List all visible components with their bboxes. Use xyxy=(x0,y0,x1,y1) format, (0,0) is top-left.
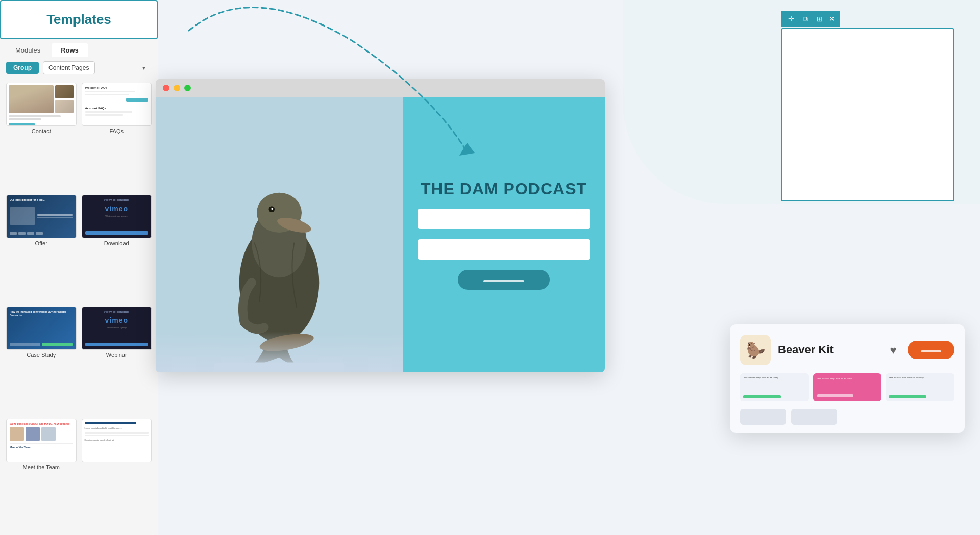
content-pages-select[interactable]: Content Pages xyxy=(43,61,95,74)
move-icon[interactable]: ✛ xyxy=(786,14,796,24)
bk-footer-btn-2[interactable] xyxy=(791,409,837,425)
bk-template-3[interactable]: Take the Next Step. Book a Call Today xyxy=(886,373,954,401)
bk-template-1-btn-wrapper xyxy=(743,395,806,398)
contact-text-lines xyxy=(9,115,74,126)
widget-toolbar: ✛ ⧉ ⊞ ✕ xyxy=(781,11,840,27)
offer-logo-3 xyxy=(27,232,34,235)
browser-minimize-btn[interactable] xyxy=(174,85,180,91)
contact-btn xyxy=(9,123,35,126)
lorem-line1 xyxy=(85,432,149,434)
template-label-case: Case Study xyxy=(6,352,77,358)
case-headline: How we increased conversions 30% for Dig… xyxy=(10,310,73,317)
offer-logo-4 xyxy=(36,232,43,235)
lorem-heading xyxy=(85,422,136,424)
template-thumb-download: Verify to continue vimeo What people say… xyxy=(82,195,152,238)
offer-logo-1 xyxy=(10,232,17,235)
offer-content xyxy=(10,207,73,225)
tab-rows[interactable]: Rows xyxy=(52,43,88,57)
duplicate-icon[interactable]: ⧉ xyxy=(800,14,811,24)
bk-heart-btn[interactable]: ♥ xyxy=(884,341,902,359)
contact-photo-main xyxy=(9,85,54,113)
template-card-download[interactable]: Verify to continue vimeo What people say… xyxy=(82,195,152,302)
faqs-line-4 xyxy=(85,114,123,116)
browser-left-panel xyxy=(156,97,403,372)
bk-template-3-text: Take the Next Step. Book a Call Today xyxy=(889,376,951,379)
filter-row: Group Content Pages ▼ xyxy=(0,57,158,79)
template-card-faqs[interactable]: Welcome FAQs Account FAQs FAQs xyxy=(82,83,152,190)
download-subtext: What people say about... xyxy=(85,215,149,217)
tab-modules[interactable]: Modules xyxy=(6,43,50,57)
download-prompt: Verify to continue xyxy=(85,198,149,201)
podcast-submit-btn[interactable] xyxy=(458,270,550,290)
template-thumb-faqs: Welcome FAQs Account FAQs xyxy=(82,83,152,126)
template-card-webinar[interactable]: Verify to continue vimeo introduce new s… xyxy=(82,307,152,414)
group-button[interactable]: Group xyxy=(6,62,39,74)
select-arrow-icon: ▼ xyxy=(141,65,146,71)
bk-template-1-btn xyxy=(743,395,781,398)
webinar-vimeo: vimeo xyxy=(85,316,149,324)
offer-logos xyxy=(10,232,73,235)
template-label-faqs: FAQs xyxy=(82,128,152,134)
bk-template-1[interactable]: Take the Next Step. Book a Call Today xyxy=(740,373,809,401)
svg-point-7 xyxy=(271,208,273,210)
browser-content: THE DAM PODCAST xyxy=(156,97,605,372)
template-card-case-study[interactable]: How we increased conversions 30% for Dig… xyxy=(6,307,77,414)
lorem-line2 xyxy=(85,435,149,436)
faqs-line-3 xyxy=(85,111,133,113)
bk-template-2[interactable]: Take the Next Step. Book a Call Today xyxy=(813,373,882,401)
podcast-btn-line xyxy=(483,280,524,282)
offer-headline: Our latest product for a big... xyxy=(10,198,73,201)
template-label-team: Meet the Team xyxy=(6,464,77,470)
contact-line-1 xyxy=(9,115,61,117)
contact-photo-1 xyxy=(55,85,74,98)
template-thumb-lorem: Lorem mauris blandit elit, eget blandum.… xyxy=(82,419,152,462)
template-thumb-contact xyxy=(6,83,77,126)
browser-window: THE DAM PODCAST xyxy=(156,79,605,372)
widget-panel: ✛ ⧉ ⊞ ✕ xyxy=(781,28,954,201)
webinar-prompt: Verify to continue xyxy=(85,310,149,313)
download-vimeo: vimeo xyxy=(85,205,149,213)
browser-close-btn[interactable] xyxy=(163,85,169,91)
team-line xyxy=(10,443,73,444)
template-thumb-offer: Our latest product for a big... xyxy=(6,195,77,238)
template-thumb-webinar: Verify to continue vimeo introduce new s… xyxy=(82,307,152,350)
templates-header: Templates xyxy=(0,0,158,39)
content-select-wrapper: Content Pages ▼ xyxy=(43,61,152,74)
faqs-thumb-title: Welcome FAQs xyxy=(85,86,149,89)
offer-logo-2 xyxy=(18,232,26,235)
podcast-input-1[interactable] xyxy=(418,209,590,229)
bk-footer-btn-1[interactable] xyxy=(740,409,786,425)
bk-orange-btn-line xyxy=(921,350,941,352)
bk-templates-grid: Take the Next Step. Book a Call Today Ta… xyxy=(740,373,954,401)
template-label-webinar: Webinar xyxy=(82,352,152,358)
faqs-line-1 xyxy=(85,91,136,92)
bk-template-2-btn-wrapper xyxy=(817,394,878,397)
resize-icon[interactable]: ⊞ xyxy=(815,14,825,24)
bk-template-3-btn-wrapper xyxy=(889,395,951,398)
bk-orange-btn[interactable] xyxy=(908,341,954,359)
case-btn-2 xyxy=(42,343,72,346)
template-card-lorem[interactable]: Lorem mauris blandit elit, eget blandum.… xyxy=(82,419,152,526)
case-btns xyxy=(10,343,73,346)
contact-photo-2 xyxy=(55,100,74,113)
offer-device xyxy=(10,207,35,225)
template-card-meet-team[interactable]: We're passionate about one thing... Your… xyxy=(6,419,77,526)
browser-maximize-btn[interactable] xyxy=(184,85,191,91)
template-card-contact[interactable]: Contact xyxy=(6,83,77,190)
snow-ground xyxy=(156,332,403,372)
bk-template-3-btn xyxy=(889,395,926,398)
team-photo-3 xyxy=(41,427,56,441)
bk-logo: 🦫 xyxy=(740,335,771,365)
podcast-input-2[interactable] xyxy=(418,239,590,260)
webinar-subtext: introduce new sign-up xyxy=(85,326,149,329)
template-label-download: Download xyxy=(82,240,152,246)
template-label-offer: Offer xyxy=(6,240,77,246)
template-card-offer[interactable]: Our latest product for a big... Offer xyxy=(6,195,77,302)
lorem-subtext: Heading mauris blandit aliquit sit xyxy=(85,439,149,441)
lorem-text: Lorem mauris blandit elit, eget blandum.… xyxy=(85,427,149,430)
beaver-kit-card: 🦫 Beaver Kit ♥ Take the Next Step. Book … xyxy=(730,324,965,433)
team-tagline: We're passionate about one thing... Your… xyxy=(10,422,73,425)
heart-icon: ♥ xyxy=(890,344,896,356)
case-btn-1 xyxy=(10,343,40,346)
close-icon[interactable]: ✕ xyxy=(829,15,835,23)
